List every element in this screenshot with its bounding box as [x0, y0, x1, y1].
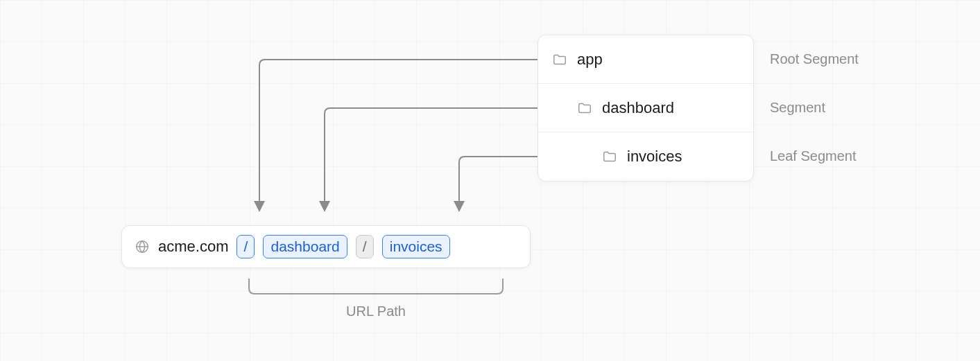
url-path-label: URL Path	[248, 303, 504, 319]
url-domain: acme.com	[158, 238, 228, 256]
segment-label-root: Root Segment	[770, 51, 859, 67]
segment-label-leaf: Leaf Segment	[770, 148, 857, 164]
url-path-bracket	[248, 279, 504, 297]
url-segment-invoices: invoices	[382, 235, 450, 258]
url-slash-separator: /	[356, 235, 374, 258]
tree-row-label: app	[577, 51, 603, 69]
url-slash-root: /	[237, 235, 255, 258]
tree-row-label: dashboard	[602, 99, 674, 117]
url-bar: acme.com / dashboard / invoices	[121, 225, 531, 268]
tree-row-label: invoices	[627, 148, 682, 166]
url-segment-dashboard: dashboard	[263, 235, 347, 258]
tree-row-invoices: invoices	[538, 132, 753, 181]
tree-row-app: app	[538, 35, 753, 84]
file-tree: app dashboard invoices	[538, 35, 754, 182]
globe-icon	[135, 239, 150, 254]
tree-row-dashboard: dashboard	[538, 84, 753, 132]
folder-icon	[602, 149, 617, 164]
folder-icon	[577, 100, 592, 116]
folder-icon	[552, 52, 567, 67]
segment-label-mid: Segment	[770, 100, 825, 116]
